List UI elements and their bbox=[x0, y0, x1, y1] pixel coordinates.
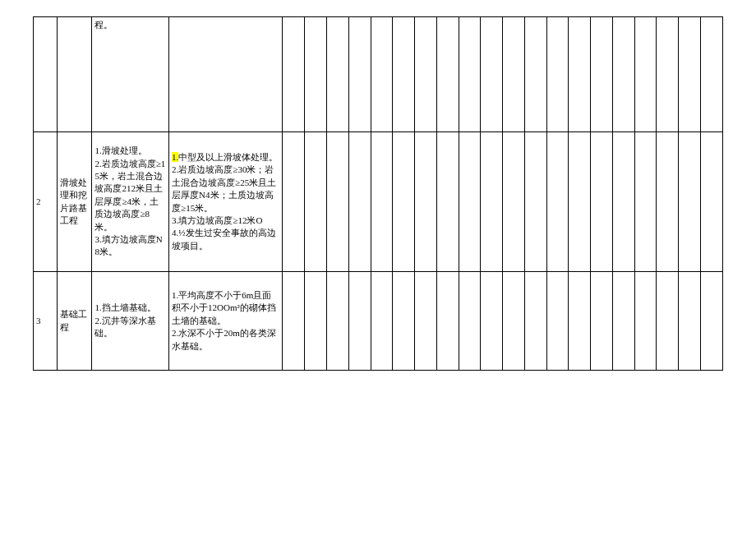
table-row: 程。 bbox=[34, 17, 723, 132]
cell-category bbox=[58, 17, 92, 132]
cell-empty bbox=[415, 17, 437, 132]
cell-empty bbox=[371, 272, 393, 371]
cell-empty bbox=[591, 17, 613, 132]
table-row: 3 基础工程 1.挡土墙基础。 2.沉井等深水基础。 1.平均高度不小于6m且面… bbox=[34, 272, 723, 371]
cell-empty bbox=[371, 17, 393, 132]
cell-empty bbox=[612, 272, 634, 371]
cell-empty bbox=[546, 17, 569, 132]
cell-empty bbox=[481, 132, 503, 272]
cell-empty bbox=[700, 132, 722, 272]
spec-table: 程。 2 滑坡处理和挖片路基工程 1.滑坡处理。 2.岩质边坡高度≥15米，岩土… bbox=[33, 16, 723, 371]
cell-content-1: 程。 bbox=[92, 17, 169, 132]
cell-empty bbox=[524, 132, 546, 272]
cell-content-2: 1.平均高度不小于6m且面积不小于12OOm²的砌体挡土墙的基础。 2.水深不小… bbox=[169, 272, 283, 371]
cell-empty bbox=[283, 272, 305, 371]
cell-empty bbox=[546, 132, 569, 272]
cell-empty bbox=[326, 132, 348, 272]
cell-empty bbox=[679, 132, 701, 272]
cell-content-2: 1.中型及以上滑坡体处理。 2.岩质边坡高度≥30米；岩土混合边坡高度≥25米且… bbox=[169, 132, 283, 272]
cell-content-1: 1.挡土墙基础。 2.沉井等深水基础。 bbox=[92, 272, 169, 371]
cell-index: 2 bbox=[34, 132, 58, 272]
cell-empty bbox=[481, 17, 503, 132]
document-page: 程。 2 滑坡处理和挖片路基工程 1.滑坡处理。 2.岩质边坡高度≥15米，岩土… bbox=[0, 0, 756, 387]
cell-empty bbox=[481, 272, 503, 371]
cell-empty bbox=[679, 272, 701, 371]
cell-empty bbox=[503, 17, 525, 132]
cell-category: 滑坡处理和挖片路基工程 bbox=[58, 132, 92, 272]
cell-empty bbox=[569, 17, 591, 132]
cell-empty bbox=[569, 272, 591, 371]
cell-empty bbox=[700, 272, 722, 371]
table-row: 2 滑坡处理和挖片路基工程 1.滑坡处理。 2.岩质边坡高度≥15米，岩土混合边… bbox=[34, 132, 723, 272]
cell-empty bbox=[436, 132, 459, 272]
cell-empty bbox=[591, 272, 613, 371]
cell-empty bbox=[348, 272, 371, 371]
cell-empty bbox=[634, 132, 657, 272]
cell-empty bbox=[657, 272, 679, 371]
cell-category: 基础工程 bbox=[58, 272, 92, 371]
cell-empty bbox=[700, 17, 722, 132]
cell-empty bbox=[503, 272, 525, 371]
cell-content-1: 1.滑坡处理。 2.岩质边坡高度≥15米，岩土混合边坡高度212米且土层厚度≥4… bbox=[92, 132, 169, 272]
cell-empty bbox=[305, 272, 327, 371]
cell-empty bbox=[612, 132, 634, 272]
cell-empty bbox=[371, 132, 393, 272]
cell-index bbox=[34, 17, 58, 132]
cell-empty bbox=[612, 17, 634, 132]
cell-empty bbox=[569, 132, 591, 272]
cell-empty bbox=[436, 272, 459, 371]
cell-empty bbox=[634, 272, 657, 371]
cell-empty bbox=[546, 272, 569, 371]
cell-empty bbox=[348, 132, 371, 272]
cell-empty bbox=[326, 17, 348, 132]
cell-empty bbox=[503, 132, 525, 272]
cell-empty bbox=[326, 272, 348, 371]
cell-empty bbox=[524, 272, 546, 371]
cell-text: 中型及以上滑坡体处理。 2.岩质边坡高度≥30米；岩土混合边坡高度≥25米且土层… bbox=[172, 152, 278, 251]
cell-empty bbox=[415, 272, 437, 371]
cell-empty bbox=[436, 17, 459, 132]
cell-content-2 bbox=[169, 17, 283, 132]
cell-empty bbox=[459, 17, 481, 132]
cell-empty bbox=[305, 132, 327, 272]
cell-empty bbox=[634, 17, 657, 132]
cell-empty bbox=[657, 17, 679, 132]
cell-empty bbox=[283, 132, 305, 272]
cell-empty bbox=[679, 17, 701, 132]
cell-empty bbox=[348, 17, 371, 132]
cell-empty bbox=[459, 132, 481, 272]
cell-empty bbox=[283, 17, 305, 132]
cell-index: 3 bbox=[34, 272, 58, 371]
cell-empty bbox=[415, 132, 437, 272]
cell-empty bbox=[459, 272, 481, 371]
cell-empty bbox=[393, 17, 415, 132]
cell-empty bbox=[524, 17, 546, 132]
cell-empty bbox=[305, 17, 327, 132]
cell-empty bbox=[657, 132, 679, 272]
cell-empty bbox=[393, 132, 415, 272]
cell-empty bbox=[591, 132, 613, 272]
cell-empty bbox=[393, 272, 415, 371]
